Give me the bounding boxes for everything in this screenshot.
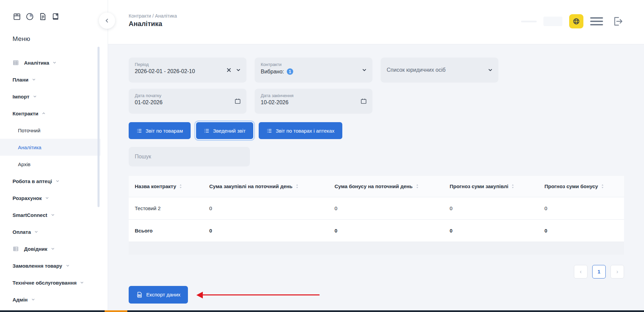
sidebar-item-analytics-active[interactable]: Аналітика [0, 139, 101, 156]
report-by-goods-button[interactable]: Звіт по товарам [129, 122, 191, 139]
archive-icon[interactable] [13, 12, 21, 21]
svg-text:XLSX: XLSX [137, 294, 142, 296]
list-icon [266, 128, 272, 134]
sidebar-item-admin[interactable]: Адмін [0, 291, 101, 308]
chevron-down-icon [50, 213, 55, 217]
language-button[interactable] [569, 14, 583, 28]
column-header-purchase-forecast[interactable]: Прогноз суми закупівлі [444, 176, 538, 197]
contracts-label: Контракти [261, 62, 366, 67]
cell-total-value: 0 [203, 219, 328, 242]
book-icon[interactable] [51, 12, 60, 21]
breadcrumb: Контракти / Аналітика [129, 13, 177, 19]
chevron-down-icon [45, 196, 49, 200]
sidebar-item-calculation[interactable]: Розрахунок [0, 190, 101, 206]
sidebar-item-label: Технічне обслуговування [13, 280, 77, 286]
table-row[interactable]: Тестовий 2 0 0 0 0 [129, 197, 624, 219]
chevron-down-icon[interactable] [236, 67, 241, 73]
cell-total-label: Всього [129, 219, 203, 242]
sidebar-item-smartconnect[interactable]: SmartConnect [0, 206, 101, 223]
sidebar: Меню Аналітика Плани Імпорт Контра [0, 0, 101, 310]
pagination: ‹ 1 › [129, 265, 624, 278]
logout-button[interactable] [610, 15, 624, 28]
header-actions [521, 14, 624, 29]
contracts-filter[interactable]: Контракти Вибрано: 1 [255, 58, 372, 83]
sidebar-collapse-button[interactable] [99, 13, 115, 29]
chevron-down-icon [31, 297, 36, 302]
sort-icon[interactable] [415, 183, 420, 189]
bottom-bar-orange-segment [105, 310, 127, 312]
sort-icon[interactable] [295, 183, 299, 189]
sidebar-item-label: Замовлення товару [13, 263, 62, 269]
grid-icon [13, 60, 19, 66]
sidebar-item-goods-order[interactable]: Замовлення товару [0, 257, 101, 274]
chevron-down-icon[interactable] [488, 67, 493, 73]
column-header-bonus-forecast[interactable]: Прогноз суми бонусу [538, 176, 624, 197]
search-input[interactable] [135, 154, 244, 160]
period-filter[interactable]: Період 2026-02-01 - 2026-02-10 [129, 58, 246, 83]
sort-icon[interactable] [178, 183, 183, 189]
sidebar-scrollbar[interactable] [98, 47, 100, 207]
date-start-filter[interactable]: Дата початку 01-02-2026 [129, 89, 246, 114]
legal-entities-placeholder: Список юридичних осіб [387, 67, 446, 73]
sidebar-item-label: Контракти [13, 111, 38, 116]
date-start-value: 01-02-2026 [135, 99, 240, 106]
date-start-label: Дата початку [135, 93, 240, 98]
sidebar-item-label: Розрахунок [13, 195, 42, 201]
sidebar-item-maintenance[interactable]: Технічне обслуговування [0, 274, 101, 291]
calendar-icon[interactable] [360, 98, 367, 105]
selected-count-badge: 1 [287, 68, 293, 75]
date-end-filter[interactable]: Дата закінчення 10-02-2026 [255, 89, 372, 114]
calendar-icon[interactable] [234, 98, 241, 105]
redacted-user-info [521, 21, 537, 22]
date-end-value: 10-02-2026 [261, 99, 366, 106]
sidebar-divider [108, 0, 108, 310]
content-area: Період 2026-02-01 - 2026-02-10 Контракти [129, 44, 624, 310]
xlsx-file-icon: XLSX [136, 291, 143, 298]
sidebar-item-plans[interactable]: Плани [0, 71, 101, 88]
document-icon[interactable] [38, 12, 47, 21]
table-footer-strip [129, 242, 624, 255]
sidebar-item-contracts[interactable]: Контракти [0, 105, 101, 122]
report-goods-pharmacies-button[interactable]: Звіт по товарах і аптеках [259, 122, 342, 139]
pagination-page-1[interactable]: 1 [592, 265, 606, 278]
list-icon [13, 246, 19, 252]
cell-value: 0 [444, 197, 538, 219]
chevron-up-icon [41, 111, 46, 116]
summary-report-button[interactable]: Зведений звіт [196, 122, 253, 139]
export-data-button[interactable]: XLSX Експорт даних [129, 286, 188, 304]
sidebar-top-icons [13, 12, 60, 21]
clear-x-icon[interactable] [226, 67, 232, 73]
chevron-down-icon [31, 77, 36, 82]
chevron-down-icon [65, 263, 70, 268]
cell-value: 0 [203, 197, 328, 219]
sidebar-item-import[interactable]: Імпорт [0, 88, 101, 105]
sidebar-item-directory[interactable]: Довідник [0, 240, 101, 257]
column-header-contract-name[interactable]: Назва контракту [129, 176, 203, 197]
sidebar-item-label: Імпорт [13, 94, 29, 99]
column-header-bonus-sum[interactable]: Сума бонусу на поточний день [328, 176, 444, 197]
sidebar-item-payment[interactable]: Оплата [0, 223, 101, 240]
chevron-down-icon[interactable] [362, 67, 367, 73]
hamburger-menu-button[interactable] [590, 15, 604, 28]
sidebar-item-archive[interactable]: Архів [0, 156, 101, 173]
sort-icon[interactable] [511, 183, 515, 189]
chevron-down-icon [34, 229, 39, 234]
sidebar-item-current[interactable]: Поточний [0, 122, 101, 139]
pagination-prev-button[interactable]: ‹ [574, 265, 587, 278]
sidebar-item-analytics-group[interactable]: Аналітика [0, 54, 101, 71]
chevron-down-icon [50, 246, 55, 251]
sidebar-item-label: Поточний [18, 128, 40, 133]
pie-chart-icon[interactable] [25, 12, 34, 21]
list-icon [136, 128, 142, 134]
date-end-label: Дата закінчення [261, 93, 366, 98]
table-total-row: Всього 0 0 0 0 [129, 219, 624, 242]
pagination-next-button[interactable]: › [610, 265, 624, 278]
legal-entities-filter[interactable]: Список юридичних осіб [381, 58, 498, 83]
window-bottom-bar [0, 310, 644, 312]
sidebar-nav: Аналітика Плани Імпорт Контракти Поточни… [0, 54, 101, 308]
sidebar-item-pharmacy-work[interactable]: Робота в аптеці [0, 173, 101, 190]
redacted-user-avatar [543, 17, 562, 26]
sort-icon[interactable] [600, 183, 605, 189]
column-header-purchase-sum[interactable]: Сума закупівлі на поточний день [203, 176, 328, 197]
sidebar-item-label: SmartConnect [13, 212, 47, 218]
